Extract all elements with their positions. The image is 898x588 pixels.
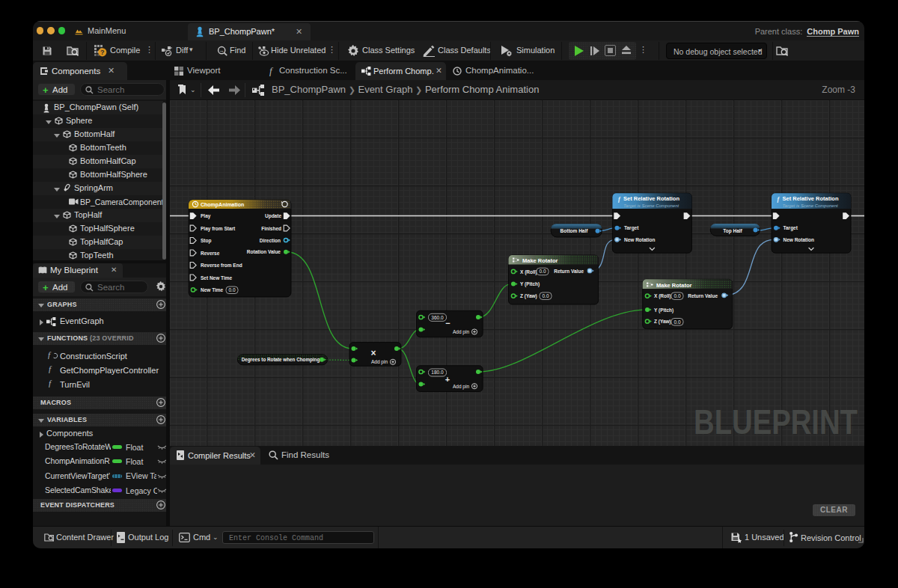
svg-text:Direction: Direction <box>260 238 281 243</box>
svg-text:?: ? <box>100 49 105 56</box>
svg-text:Bottom Half: Bottom Half <box>561 228 589 233</box>
svg-text:180.0: 180.0 <box>431 370 444 375</box>
svg-text:−: − <box>445 319 450 328</box>
svg-text:Add pin: Add pin <box>453 384 469 390</box>
svg-text:Play from Start: Play from Start <box>201 226 236 232</box>
svg-text:X (Roll): X (Roll) <box>654 293 671 299</box>
svg-text:→: → <box>219 47 224 54</box>
svg-text:Target is Scene Component: Target is Scene Component <box>623 203 679 208</box>
svg-text:Y (Pitch): Y (Pitch) <box>520 281 540 287</box>
svg-text:Z (Yaw): Z (Yaw) <box>520 293 537 299</box>
svg-text:Y (Pitch): Y (Pitch) <box>654 307 674 313</box>
svg-text:Set New Time: Set New Time <box>201 275 233 281</box>
svg-text:Set Relative Rotation: Set Relative Rotation <box>783 195 839 202</box>
svg-text:Update: Update <box>265 213 281 219</box>
svg-text:Return Value: Return Value <box>554 269 584 274</box>
svg-text:Degrees to Rotate when Chompin: Degrees to Rotate when Chomping <box>242 357 320 363</box>
svg-text:0.0: 0.0 <box>228 287 235 293</box>
svg-text:New Time: New Time <box>201 287 224 293</box>
svg-text:0.0: 0.0 <box>674 293 680 298</box>
svg-text:BLUEPRINT: BLUEPRINT <box>694 402 858 441</box>
svg-text:New Rotation: New Rotation <box>624 237 656 242</box>
svg-text:Reverse from End: Reverse from End <box>201 263 242 268</box>
svg-text:Stop: Stop <box>201 238 211 244</box>
svg-text:Target: Target <box>624 225 639 231</box>
svg-text:New Rotation: New Rotation <box>784 237 815 242</box>
svg-text:Reverse: Reverse <box>201 251 220 256</box>
svg-text:Set Relative Rotation: Set Relative Rotation <box>623 195 679 202</box>
svg-text:Target is Scene Component: Target is Scene Component <box>783 203 838 208</box>
svg-text:Play: Play <box>201 213 211 219</box>
svg-text:360.0: 360.0 <box>431 315 444 320</box>
svg-text:Z (Yaw): Z (Yaw) <box>654 319 671 325</box>
svg-text:Rotation Value: Rotation Value <box>247 249 281 254</box>
svg-text:Top Half: Top Half <box>723 228 742 234</box>
svg-text:Target: Target <box>784 225 798 231</box>
svg-text:Add pin: Add pin <box>453 329 469 335</box>
svg-text:Finished: Finished <box>261 226 281 231</box>
svg-text:0.0: 0.0 <box>542 293 549 298</box>
svg-text:0.0: 0.0 <box>539 269 546 274</box>
svg-text:X (Roll): X (Roll) <box>520 269 537 275</box>
svg-text:ChompAnimation: ChompAnimation <box>201 202 244 208</box>
svg-text:Make Rotator: Make Rotator <box>656 282 692 289</box>
svg-text:Add pin: Add pin <box>371 359 388 365</box>
svg-text:0.0: 0.0 <box>674 319 680 325</box>
svg-text:+: + <box>445 375 450 384</box>
svg-text:Return Value: Return Value <box>688 293 718 298</box>
svg-text:×: × <box>370 348 376 358</box>
svg-text:Make Rotator: Make Rotator <box>522 257 558 264</box>
